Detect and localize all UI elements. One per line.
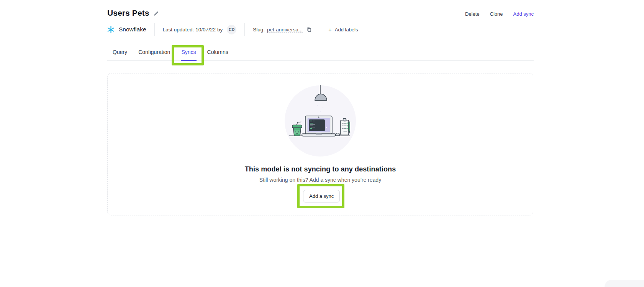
clipboard-icon xyxy=(341,119,350,135)
empty-state-illustration xyxy=(282,78,359,159)
divider xyxy=(244,23,245,36)
empty-state-heading: This model is not syncing to any destina… xyxy=(107,165,533,173)
divider xyxy=(154,23,155,36)
title-row: Users Pets xyxy=(107,8,159,18)
tab-columns[interactable]: Columns xyxy=(207,45,229,61)
edit-pencil-icon[interactable] xyxy=(153,11,159,16)
add-sync-button[interactable]: Add sync xyxy=(513,11,534,17)
avatar: CD xyxy=(227,25,236,34)
by-label: by xyxy=(217,27,223,33)
mouse-icon xyxy=(336,133,340,136)
copy-icon[interactable] xyxy=(306,27,312,33)
delete-button[interactable]: Delete xyxy=(465,11,480,17)
add-labels-button[interactable]: + Add labels xyxy=(328,27,358,33)
divider xyxy=(320,23,320,36)
corner-widget-blob xyxy=(605,280,644,287)
source-badge: Snowflake xyxy=(107,25,146,34)
laptop-icon xyxy=(302,116,336,136)
slug: Slug: pet-anniversa... xyxy=(253,27,312,33)
add-a-sync-button[interactable]: Add a sync xyxy=(303,190,340,202)
last-updated-date: 10/07/22 xyxy=(195,27,216,33)
header-actions: Delete Clone Add sync xyxy=(465,11,534,17)
model-meta-row: Snowflake Last updated: 10/07/22 by CD S… xyxy=(107,23,358,36)
tab-bar: Query Configuration Syncs Columns xyxy=(107,45,534,61)
tab-configuration[interactable]: Configuration xyxy=(138,45,170,61)
add-labels-label: Add labels xyxy=(335,27,358,33)
tab-query[interactable]: Query xyxy=(112,45,128,61)
last-updated-label: Last updated: xyxy=(163,27,194,33)
slug-link[interactable]: pet-anniversa... xyxy=(267,27,303,33)
clone-button[interactable]: Clone xyxy=(490,11,503,17)
source-name: Snowflake xyxy=(119,26,146,33)
snowflake-icon xyxy=(107,25,115,34)
empty-state-subheading: Still working on this? Add a sync when y… xyxy=(107,177,533,183)
last-updated: Last updated: 10/07/22 by CD xyxy=(163,25,237,34)
plus-icon: + xyxy=(328,27,332,33)
tab-syncs[interactable]: Syncs xyxy=(181,45,196,61)
page-title: Users Pets xyxy=(107,8,149,18)
slug-label: Slug: xyxy=(253,27,265,33)
